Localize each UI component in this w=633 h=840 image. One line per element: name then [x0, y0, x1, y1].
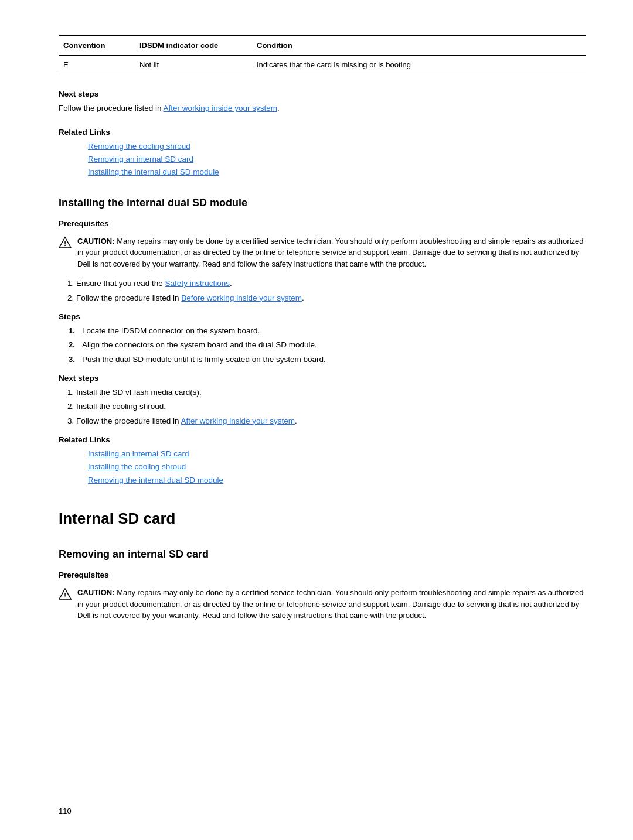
- table-header-condition: Condition: [252, 36, 586, 55]
- next-steps-label-dual-sd: Next steps: [59, 373, 586, 384]
- next-steps-section-1: Next steps Follow the procedure listed i…: [59, 88, 586, 115]
- next-step-3-prefix: Follow the procedure listed in: [76, 416, 181, 425]
- next-steps-suffix: .: [277, 104, 280, 112]
- prereq-2-suffix: .: [302, 293, 304, 302]
- internal-sd-card-section: Internal SD card Removing an internal SD…: [59, 507, 586, 622]
- list-item: Follow the procedure listed in Before wo…: [76, 292, 586, 304]
- after-working-link-dual-sd[interactable]: After working inside your system: [181, 416, 295, 425]
- safety-instructions-link[interactable]: Safety instructions: [165, 279, 230, 288]
- related-link-ds-0[interactable]: Installing an internal SD card: [88, 449, 189, 458]
- prereq-1-suffix: .: [230, 279, 232, 288]
- list-item: Align the connectors on the system board…: [76, 339, 586, 351]
- next-steps-prefix: Follow the procedure listed in: [59, 104, 164, 112]
- related-links-section-1: Related Links Removing the cooling shrou…: [59, 127, 586, 179]
- list-item: Ensure that you read the Safety instruct…: [76, 278, 586, 289]
- caution-prefix-removing-sd: CAUTION:: [77, 588, 117, 597]
- list-item: Installing an internal SD card: [88, 448, 586, 460]
- related-link-1-2[interactable]: Installing the internal dual SD module: [88, 168, 219, 176]
- internal-sd-card-heading-large: Internal SD card: [59, 507, 586, 530]
- removing-internal-sd-heading: Removing an internal SD card: [59, 547, 586, 562]
- caution-box-dual-sd: ! CAUTION: Many repairs may only be done…: [59, 235, 586, 270]
- table-row: E Not lit Indicates that the card is mis…: [59, 55, 586, 74]
- caution-text-dual-sd: CAUTION: Many repairs may only be done b…: [77, 235, 586, 270]
- list-item: Install the cooling shroud.: [76, 401, 586, 412]
- caution-prefix-dual-sd: CAUTION:: [77, 237, 117, 245]
- related-link-ds-2[interactable]: Removing the internal dual SD module: [88, 476, 223, 484]
- installing-dual-sd-heading: Installing the internal dual SD module: [59, 195, 586, 211]
- before-working-link[interactable]: Before working inside your system: [181, 293, 302, 302]
- list-item: Installing the internal dual SD module: [88, 166, 586, 178]
- related-link-ds-1[interactable]: Installing the cooling shroud: [88, 462, 186, 471]
- related-links-list-1: Removing the cooling shroud Removing an …: [88, 141, 586, 179]
- table-cell-idsdm: Not lit: [135, 55, 252, 74]
- svg-text:!: !: [64, 592, 66, 599]
- next-step-3-suffix: .: [295, 416, 297, 425]
- prerequisites-label-dual-sd: Prerequisites: [59, 218, 586, 230]
- caution-body-removing-sd: Many repairs may only be done by a certi…: [77, 588, 584, 620]
- caution-icon-removing-sd: !: [59, 588, 72, 600]
- list-item: Removing an internal SD card: [88, 153, 586, 165]
- after-working-link-1[interactable]: After working inside your system: [164, 104, 277, 112]
- indicator-table: Convention IDSDM indicator code Conditio…: [59, 35, 586, 74]
- table-cell-convention: E: [59, 55, 135, 74]
- caution-text-removing-sd: CAUTION: Many repairs may only be done b…: [77, 587, 586, 622]
- caution-box-removing-sd: ! CAUTION: Many repairs may only be done…: [59, 587, 586, 622]
- list-item: Locate the IDSDM connector on the system…: [76, 325, 586, 337]
- related-links-label-dual-sd: Related Links: [59, 434, 586, 446]
- list-item: Removing the cooling shroud: [88, 141, 586, 152]
- svg-text:!: !: [64, 240, 66, 247]
- related-link-1-1[interactable]: Removing an internal SD card: [88, 155, 193, 163]
- steps-list-dual-sd: Locate the IDSDM connector on the system…: [76, 325, 586, 366]
- caution-body-dual-sd: Many repairs may only be done by a certi…: [77, 237, 584, 268]
- prereq-1-prefix: Ensure that you read the: [76, 279, 165, 288]
- list-item: Installing the cooling shroud: [88, 461, 586, 473]
- related-links-label-1: Related Links: [59, 127, 586, 138]
- installing-dual-sd-section: Installing the internal dual SD module P…: [59, 195, 586, 486]
- table-header-convention: Convention: [59, 36, 135, 55]
- list-item: Install the SD vFlash media card(s).: [76, 387, 586, 398]
- table-header-idsdm: IDSDM indicator code: [135, 36, 252, 55]
- prerequisites-label-removing-sd: Prerequisites: [59, 569, 586, 581]
- related-links-list-dual-sd: Installing an internal SD card Installin…: [88, 448, 586, 486]
- list-item: Push the dual SD module until it is firm…: [76, 354, 586, 366]
- prerequisites-list-dual-sd: Ensure that you read the Safety instruct…: [76, 278, 586, 304]
- next-steps-text-1: Follow the procedure listed in After wor…: [59, 103, 586, 114]
- prereq-2-prefix: Follow the procedure listed in: [76, 293, 181, 302]
- next-steps-list-dual-sd: Install the SD vFlash media card(s). Ins…: [76, 387, 586, 427]
- table-cell-condition: Indicates that the card is missing or is…: [252, 55, 586, 74]
- related-link-1-0[interactable]: Removing the cooling shroud: [88, 142, 190, 151]
- next-steps-label-1: Next steps: [59, 88, 586, 100]
- list-item: Follow the procedure listed in After wor…: [76, 415, 586, 427]
- steps-label-dual-sd: Steps: [59, 311, 586, 323]
- list-item: Removing the internal dual SD module: [88, 474, 586, 486]
- caution-icon-dual-sd: !: [59, 236, 72, 249]
